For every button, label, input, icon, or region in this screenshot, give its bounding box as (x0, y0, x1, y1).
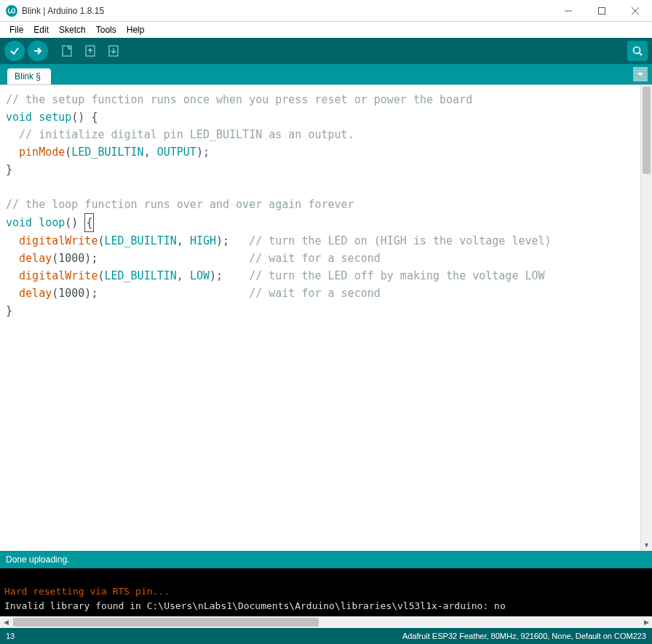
tab-strip: Blink § (0, 64, 652, 84)
code-keyword: void (6, 111, 32, 124)
code-call: digitalWrite (19, 234, 98, 247)
code-punct: { (86, 216, 92, 229)
console-warning-line: Invalid library found in C:\Users\nLabs1… (4, 600, 506, 611)
code-punct: ); (196, 146, 210, 159)
cursor: { (84, 213, 94, 232)
menu-edit[interactable]: Edit (28, 23, 54, 36)
tab-blink[interactable]: Blink § (7, 68, 51, 84)
tab-label: Blink § (15, 71, 41, 82)
footer-line-number: 13 (6, 632, 15, 640)
code-editor[interactable]: // the setup function runs once when you… (0, 85, 640, 551)
scroll-left-arrow[interactable]: ◀ (0, 616, 12, 628)
code-punct: ); (216, 234, 229, 247)
footer-bar: 13 Adafruit ESP32 Feather, 80MHz, 921600… (0, 628, 652, 644)
console-reset-line: Hard resetting via RTS pin... (4, 586, 170, 597)
code-comment: // the setup function runs once when you… (6, 93, 472, 106)
window-close-button[interactable] (619, 0, 652, 22)
code-comment: // wait for a second (98, 287, 380, 300)
output-console[interactable]: Hard resetting via RTS pin... Invalid li… (0, 568, 652, 616)
code-const: LED_BUILTIN (71, 146, 143, 159)
status-message: Done uploading. (6, 554, 69, 565)
open-sketch-button[interactable] (80, 41, 100, 61)
editor-vertical-scrollbar[interactable]: ▲ ▼ (640, 85, 652, 551)
code-const: LED_BUILTIN (104, 234, 176, 247)
scrollbar-thumb[interactable] (13, 618, 319, 627)
svg-point-7 (634, 47, 640, 54)
code-punct: ); (210, 269, 223, 282)
code-punct: (1000); (52, 287, 98, 300)
window-title: Blink | Arduino 1.8.15 (22, 6, 104, 16)
code-punct: (1000); (52, 252, 98, 265)
code-punct: , (177, 234, 190, 247)
code-func: setup (39, 111, 71, 124)
upload-button[interactable] (28, 41, 48, 61)
arduino-app-icon (6, 5, 17, 17)
code-punct: } (6, 163, 12, 176)
menu-bar: File Edit Sketch Tools Help (0, 22, 652, 38)
footer-board-info: Adafruit ESP32 Feather, 80MHz, 921600, N… (402, 632, 646, 640)
code-const: OUTPUT (157, 146, 196, 159)
new-sketch-button[interactable] (57, 41, 77, 61)
code-comment: // wait for a second (98, 252, 380, 265)
menu-help[interactable]: Help (122, 23, 150, 36)
code-punct: , (144, 146, 157, 159)
code-call: delay (19, 252, 52, 265)
scroll-down-arrow[interactable]: ▼ (641, 539, 652, 551)
svg-rect-4 (63, 46, 71, 56)
verify-button[interactable] (4, 41, 25, 61)
save-sketch-button[interactable] (103, 41, 124, 61)
code-comment: // turn the LED on (HIGH is the voltage … (229, 234, 552, 247)
toolbar (0, 38, 652, 64)
window-minimize-button[interactable] (552, 0, 585, 22)
code-const: LOW (190, 269, 210, 282)
svg-line-8 (640, 53, 643, 56)
code-comment: // turn the LED off by making the voltag… (223, 269, 545, 282)
window-maximize-button[interactable] (585, 0, 619, 22)
menu-tools[interactable]: Tools (91, 23, 122, 36)
code-punct: () (65, 216, 84, 229)
code-call: delay (19, 287, 52, 300)
menu-sketch[interactable]: Sketch (54, 23, 91, 36)
status-bar: Done uploading. (0, 551, 652, 568)
scroll-right-arrow[interactable]: ▶ (640, 616, 652, 628)
code-punct: } (6, 304, 12, 317)
code-comment: // the loop function runs over and over … (6, 198, 354, 211)
tab-menu-button[interactable] (633, 67, 648, 82)
menu-file[interactable]: File (4, 23, 28, 36)
code-keyword: void (6, 216, 32, 229)
serial-monitor-button[interactable] (627, 41, 648, 61)
code-editor-area: // the setup function runs once when you… (0, 84, 652, 551)
code-punct: ( (65, 146, 71, 159)
scrollbar-thumb[interactable] (643, 87, 651, 174)
code-punct: , (177, 269, 190, 282)
console-horizontal-scrollbar[interactable]: ◀ ▶ (0, 616, 652, 628)
code-const: HIGH (190, 234, 216, 247)
code-const: LED_BUILTIN (104, 269, 176, 282)
code-call: digitalWrite (19, 269, 98, 282)
svg-rect-1 (599, 7, 605, 14)
window-titlebar: Blink | Arduino 1.8.15 (0, 0, 652, 22)
code-func: loop (39, 216, 65, 229)
code-comment: // initialize digital pin LED_BUILTIN as… (6, 128, 354, 141)
code-punct: () { (71, 111, 98, 124)
code-call: pinMode (19, 146, 65, 159)
